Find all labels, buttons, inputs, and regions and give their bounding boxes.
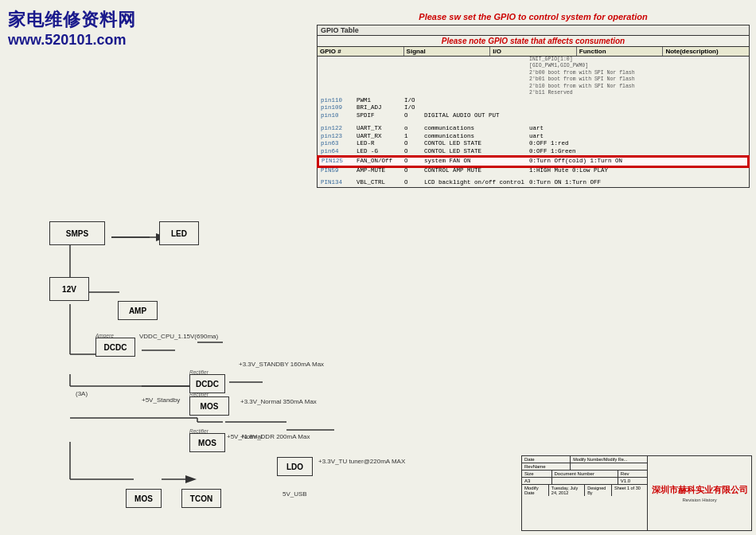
box-mos2: MOS <box>189 433 225 452</box>
cell-function: CONTOL LED STATE <box>422 148 527 157</box>
col-io: I/O <box>490 47 577 56</box>
cell-signal: SPDIF <box>354 112 402 120</box>
box-amp-label: AMP <box>129 307 146 315</box>
col-gpio: GPIO # <box>318 47 404 56</box>
title-row-size: Size Document Number Rev <box>522 471 647 478</box>
cell-function: CONTOL LED STATE <box>422 140 527 148</box>
box-tcon: TCON <box>181 489 221 508</box>
table-row: pin109 BRI_ADJ I/O <box>318 104 748 112</box>
cell-function: communications <box>422 133 527 141</box>
gpio-table-body: INIT_GPIO[1:0] [GIO_PWM1,GIO_PWM0] 2'b00… <box>318 57 749 187</box>
title-cell-revname-val <box>571 463 647 470</box>
cell-gpio: pin122 <box>318 125 354 133</box>
cell-signal: UART_TX <box>354 125 402 133</box>
logo-area: 家电维修资料网 www.520101.com <box>8 8 199 49</box>
box-tcon-label: TCON <box>190 494 212 503</box>
table-row: INIT_GPIO[1:0] [GIO_PWM1,GIO_PWM0] 2'b00… <box>318 57 748 97</box>
table-row: pin64 LED -G O CONTOL LED STATE 0:OFF 1:… <box>318 148 748 157</box>
cell-gpio: pin64 <box>318 148 354 157</box>
box-mos3: MOS <box>126 489 162 508</box>
cell-note: 0:OFF 1:red <box>527 140 748 148</box>
table-row: PIN59 AMP-MUTE O CONTROL AMP MUTE 1:HIGH… <box>318 166 748 175</box>
cell-signal: LED -G <box>354 148 402 157</box>
cell-gpio <box>318 57 354 97</box>
gpio-table: GPIO Table Please note GPIO state that a… <box>317 25 750 188</box>
cell-function: LCD backlight on/off control <box>422 179 527 187</box>
page: 家电维修资料网 www.520101.com Please sw set the… <box>0 0 756 535</box>
title-left-section: Date Modify Number/Modify Re... RevName … <box>522 456 648 530</box>
label-3v3-normal: +3.3V_Normal 350mA Max <box>240 398 317 405</box>
box-dcdc2-label: MOS <box>201 402 219 411</box>
company-name: 深圳市赫科实业有限公司 <box>652 484 748 495</box>
cell-function: CONTROL AMP MUTE <box>422 166 527 175</box>
title-cell-rev-label: Rev <box>618 471 648 477</box>
cell-note: INIT_GPIO[1:0] [GIO_PWM1,GIO_PWM0] 2'b00… <box>527 57 748 97</box>
box-ldo: LDO <box>277 457 313 476</box>
box-smps-label: SMPS <box>66 229 88 238</box>
cell-io: O <box>402 140 422 148</box>
title-cell-a3: A3 <box>522 478 552 484</box>
box-mos1-label: DCDC <box>196 380 219 389</box>
table-row: pin123 UART_RX 1 communications uart <box>318 133 748 141</box>
table-row: pin110 PWM1 I/O <box>318 97 748 105</box>
cell-gpio: PIN134 <box>318 179 354 187</box>
cell-gpio: pin10 <box>318 112 354 120</box>
cell-note: 0:OFF 1:Green <box>527 148 748 157</box>
cell-gpio: pin63 <box>318 140 354 148</box>
table-row: PIN134 VBL_CTRL O LCD backlight on/off c… <box>318 179 748 187</box>
box-dcdc1: DCDC <box>95 338 135 357</box>
box-mos1: DCDC <box>189 374 225 393</box>
title-cell-size-label: Size <box>522 471 552 477</box>
svg-marker-20 <box>185 475 197 483</box>
label-3v3-standby: +3.3V_STANDBY 160mA Max <box>239 361 324 368</box>
cell-note <box>527 112 748 120</box>
cell-function: system FAN ON <box>422 157 527 166</box>
cell-io: O <box>402 157 422 166</box>
box-dcdc2: MOS <box>189 396 229 416</box>
cell-function <box>422 97 527 105</box>
cell-note: 0:Turn ON 1:Turn OFF <box>527 179 748 187</box>
cell-note: uart <box>527 133 748 141</box>
cell-gpio: pin123 <box>318 133 354 141</box>
cell-note <box>527 104 748 112</box>
cell-io <box>402 57 422 97</box>
label-5v-standby: +5V_Standby <box>142 396 180 404</box>
title-right-section: 深圳市赫科实业有限公司 Revision History <box>648 456 751 530</box>
title-row-a3: A3 V1.0 <box>522 478 647 485</box>
gpio-col-headers: GPIO # Signal I/O Function Note(descript… <box>318 47 749 57</box>
label-3v3-tu: +3.3V_TU tuner@220mA MAX <box>318 458 405 465</box>
title-cell-designed: Designed By <box>585 485 612 496</box>
title-row-modify-date: Modify Date Tuesday, July 24, 2012 Desig… <box>522 485 647 496</box>
cell-signal: PWM1 <box>354 97 402 105</box>
box-12v-label: 12V <box>62 285 76 294</box>
cell-io: 1 <box>402 133 422 141</box>
label-1v8-ddr: +1.8V_DDR 200mA Max <box>240 433 310 440</box>
box-mos2-label: MOS <box>198 439 216 447</box>
cell-note: 0:Turn Off(cold) 1:Turn ON <box>527 157 748 166</box>
schematic-svg <box>0 215 525 529</box>
cell-note: uart <box>527 125 748 133</box>
cell-signal: BRI_ADJ <box>354 104 402 112</box>
title-cell-sheet: Sheet 1 of 30 <box>612 485 647 496</box>
title-row-date: Date Modify Number/Modify Re... <box>522 456 647 463</box>
cell-function <box>422 57 527 97</box>
title-cell-docnum: Document Number <box>552 471 618 477</box>
cell-signal <box>354 57 402 97</box>
title-block: Date Modify Number/Modify Re... RevName … <box>521 455 752 531</box>
box-led-label: LED <box>171 229 187 238</box>
cell-io: O <box>402 112 422 120</box>
table-row: pin63 LED-R O CONTOL LED STATE 0:OFF 1:r… <box>318 140 748 148</box>
col-function: Function <box>577 47 664 56</box>
box-12v: 12V <box>49 277 89 301</box>
logo-line1: 家电维修资料网 <box>8 8 199 32</box>
col-signal: Signal <box>404 47 491 56</box>
revision-history-label: Revision History <box>683 498 717 502</box>
logo-line2: www.520101.com <box>8 32 199 49</box>
title-block-inner: Date Modify Number/Modify Re... RevName … <box>522 456 751 530</box>
cell-io: O <box>402 166 422 175</box>
cell-note: 1:HIGH Mute 0:Low PLAY <box>527 166 748 175</box>
title-cell-revname-label: RevName <box>522 463 571 470</box>
cell-io: I/O <box>402 97 422 105</box>
title-cell-modify: Modify Number/Modify Re... <box>571 456 647 463</box>
label-5v-usb: 5V_USB <box>283 490 307 498</box>
